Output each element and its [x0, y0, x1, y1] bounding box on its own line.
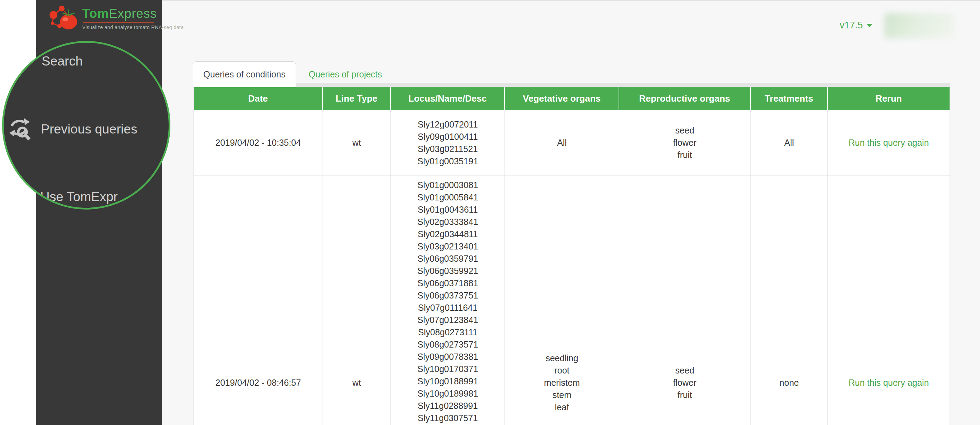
- cell-vegetative-organs: All: [505, 110, 619, 176]
- locus-id: Sly01g0005841: [417, 191, 478, 204]
- locus-id: Sly01g0043611: [417, 204, 478, 216]
- locus-id: Sly06g0359791: [417, 252, 478, 265]
- organ-name: seed: [673, 364, 697, 377]
- locus-id: Sly11g0307571: [417, 412, 478, 424]
- cell-treatments: All: [751, 110, 828, 176]
- cell-line-type: wt: [323, 176, 391, 425]
- organ-name: flower: [673, 137, 697, 149]
- sidebar-magnifier-circle: Search Previous queries Use TomExpr: [2, 41, 170, 209]
- locus-id: Sly01g0003081: [417, 179, 478, 191]
- locus-id: Sly10g0170371: [417, 363, 478, 375]
- organ-name: fruit: [673, 389, 697, 401]
- table-top-strip: [296, 83, 950, 87]
- organ-name: root: [544, 364, 580, 377]
- organ-name: seedling: [544, 352, 580, 364]
- locus-id: Sly09g0078381: [417, 351, 478, 363]
- locus-id: Sly07g0123841: [417, 314, 478, 326]
- rerun-link[interactable]: Run this query again: [849, 378, 929, 388]
- locus-id: Sly06g0373751: [417, 289, 478, 302]
- table-header-row: DateLine TypeLocus/Name/DescVegetative o…: [194, 87, 950, 110]
- column-header: Date: [194, 87, 323, 110]
- cell-vegetative-organs-lines: All: [557, 137, 567, 149]
- logo-title-light: Express: [109, 6, 157, 21]
- cell-rerun: Run this query again: [828, 110, 950, 176]
- tab-queries-of-conditions[interactable]: Queries of conditions: [193, 61, 296, 87]
- cell-locus-list: Sly01g0003081Sly01g0005841Sly01g0043611S…: [391, 176, 505, 425]
- column-header: Reproductive organs: [619, 87, 751, 110]
- top-divider: [162, 0, 980, 1]
- cell-reproductive-organs: seedflowerfruit: [619, 176, 751, 425]
- chevron-down-icon: [866, 24, 873, 27]
- tab-label: Queries of conditions: [203, 69, 285, 80]
- locus-id: Sly08g0273571: [417, 339, 478, 351]
- refresh-search-icon[interactable]: [8, 116, 31, 141]
- locus-id: Sly10g0189981: [417, 388, 478, 400]
- table-body: 2019/04/02 - 10:35:04wtSly12g0072011Sly0…: [194, 110, 950, 425]
- tab-label: Queries of projects: [309, 69, 382, 80]
- organ-name: leaf: [544, 401, 580, 414]
- sidebar-item-search[interactable]: Search: [41, 54, 83, 69]
- cell-line-type: wt: [323, 110, 391, 176]
- cell-rerun: Run this query again: [828, 176, 950, 425]
- version-label: v17.5: [840, 20, 863, 31]
- organ-name: flower: [673, 377, 697, 389]
- locus-id: Sly03g0211521: [417, 143, 478, 155]
- sidebar-item-previous-queries[interactable]: Previous queries: [41, 122, 137, 137]
- locus-id: Sly06g0371881: [417, 277, 478, 289]
- previous-queries-table: DateLine TypeLocus/Name/DescVegetative o…: [194, 87, 950, 425]
- locus-id: Sly09g0100411: [417, 131, 478, 143]
- organ-name: stem: [544, 389, 580, 401]
- column-header: Rerun: [828, 87, 950, 110]
- cell-treatments: none: [751, 176, 828, 425]
- logo-subtitle: Visualize and analyse tomato RNA-seq dat…: [82, 24, 184, 30]
- locus-id: Sly02g0344811: [417, 228, 478, 240]
- cell-vegetative-organs: seedlingrootmeristemstemleaf: [505, 176, 619, 425]
- locus-id: Sly01g0035191: [417, 155, 478, 168]
- cell-locus-list-lines: Sly12g0072011Sly09g0100411Sly03g0211521S…: [417, 118, 478, 168]
- logo-title: TomExpress: [82, 6, 184, 21]
- locus-id: Sly11g0288991: [417, 400, 478, 412]
- cell-date: 2019/04/02 - 08:46:57: [194, 176, 323, 425]
- version-dropdown[interactable]: v17.5: [840, 20, 873, 31]
- cell-reproductive-organs-lines: seedflowerfruit: [673, 364, 697, 401]
- cell-locus-list-lines: Sly01g0003081Sly01g0005841Sly01g0043611S…: [417, 179, 478, 424]
- column-header: Vegetative organs: [505, 87, 619, 110]
- column-header: Locus/Name/Desc: [391, 87, 505, 110]
- organ-name: fruit: [673, 149, 697, 161]
- locus-id: Sly02g0333841: [417, 216, 478, 228]
- cell-reproductive-organs-lines: seedflowerfruit: [673, 125, 697, 161]
- help-circle-icon: [6, 180, 31, 205]
- sidebar-item-use-tomexpress[interactable]: Use TomExpr: [40, 190, 118, 204]
- tab-queries-of-projects[interactable]: Queries of projects: [299, 61, 391, 87]
- cell-date: 2019/04/02 - 10:35:04: [194, 110, 323, 176]
- organ-name: All: [557, 137, 567, 149]
- cell-vegetative-organs-lines: seedlingrootmeristemstemleaf: [544, 352, 580, 414]
- table-row: 2019/04/02 - 10:35:04wtSly12g0072011Sly0…: [194, 110, 950, 176]
- cell-locus-list: Sly12g0072011Sly09g0100411Sly03g0211521S…: [391, 110, 505, 176]
- locus-id: Sly06g0359921: [417, 265, 478, 277]
- locus-id: Sly03g0213401: [417, 240, 478, 252]
- locus-id: Sly12g0072011: [417, 118, 478, 131]
- organ-name: meristem: [544, 377, 580, 389]
- tomato-molecule-icon: [46, 4, 81, 32]
- logo-rule: [83, 22, 154, 23]
- logo[interactable]: TomExpress Visualize and analyse tomato …: [46, 4, 184, 32]
- locus-id: Sly07g0111641: [417, 302, 478, 314]
- rerun-link[interactable]: Run this query again: [849, 138, 929, 148]
- logo-text: TomExpress Visualize and analyse tomato …: [82, 6, 184, 30]
- column-header: Treatments: [751, 87, 828, 110]
- organ-name: seed: [673, 125, 697, 137]
- locus-id: Sly08g0273111: [417, 326, 478, 339]
- column-header: Line Type: [323, 87, 391, 110]
- cell-reproductive-organs: seedflowerfruit: [619, 110, 751, 176]
- locus-id: Sly10g0188991: [417, 375, 478, 388]
- user-name-blurred[interactable]: [885, 13, 955, 38]
- table-row: 2019/04/02 - 08:46:57wtSly01g0003081Sly0…: [194, 176, 950, 425]
- logo-title-bold: Tom: [82, 6, 109, 21]
